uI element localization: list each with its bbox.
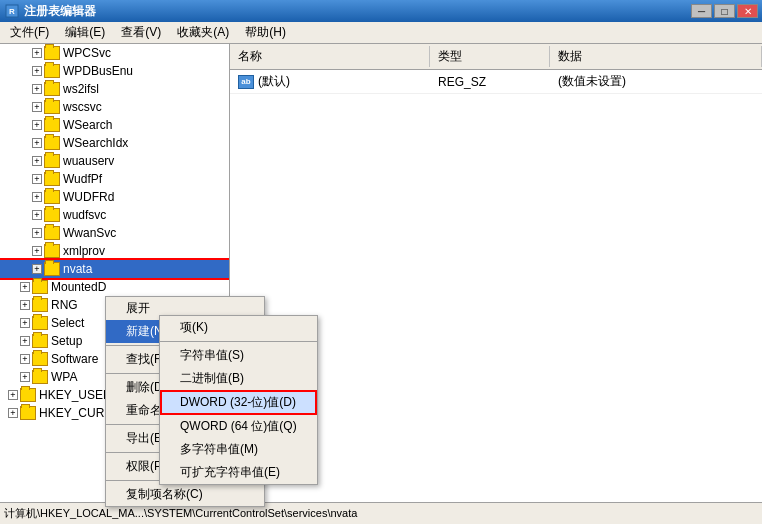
folder-icon xyxy=(44,190,60,204)
expand-icon[interactable]: + xyxy=(32,84,42,94)
menu-edit[interactable]: 编辑(E) xyxy=(57,22,113,43)
menu-help[interactable]: 帮助(H) xyxy=(237,22,294,43)
tree-label: ws2ifsl xyxy=(63,82,99,96)
cell-name: ab (默认) xyxy=(230,72,430,91)
col-header-data: 数据 xyxy=(550,46,762,67)
folder-icon xyxy=(44,136,60,150)
expand-icon[interactable]: + xyxy=(32,138,42,148)
tree-item-wwansvc[interactable]: + WwanSvc xyxy=(0,224,229,242)
folder-icon xyxy=(44,172,60,186)
window-title: 注册表编辑器 xyxy=(24,3,691,20)
tree-label: WUDFRd xyxy=(63,190,114,204)
folder-icon xyxy=(20,388,36,402)
expand-icon[interactable]: + xyxy=(8,390,18,400)
expand-icon[interactable]: + xyxy=(32,174,42,184)
expand-icon[interactable]: + xyxy=(32,246,42,256)
expand-icon[interactable]: + xyxy=(20,372,30,382)
tree-item-wscsvc[interactable]: + wscsvc xyxy=(0,98,229,116)
tree-label: wscsvc xyxy=(63,100,102,114)
sub-item-dword[interactable]: DWORD (32-位)值(D) xyxy=(160,390,317,415)
tree-label: WudfPf xyxy=(63,172,102,186)
folder-icon xyxy=(32,280,48,294)
tree-item-ws2ifsl[interactable]: + ws2ifsl xyxy=(0,80,229,98)
expand-icon[interactable]: + xyxy=(20,300,30,310)
cell-data: (数值未设置) xyxy=(550,72,762,91)
expand-icon[interactable]: + xyxy=(32,210,42,220)
sub-item-binary[interactable]: 二进制值(B) xyxy=(160,367,317,390)
status-text: 计算机\HKEY_LOCAL_MA...\SYSTEM\CurrentContr… xyxy=(4,506,357,521)
expand-icon[interactable]: + xyxy=(32,228,42,238)
sub-item-qword[interactable]: QWORD (64 位)值(Q) xyxy=(160,415,317,438)
close-button[interactable]: ✕ xyxy=(737,4,758,18)
tree-item-wsearchidx[interactable]: + WSearchIdx xyxy=(0,134,229,152)
tree-item-mountedd[interactable]: + MountedD xyxy=(0,278,229,296)
expand-icon[interactable]: + xyxy=(20,318,30,328)
expand-icon[interactable]: + xyxy=(20,354,30,364)
expand-icon[interactable]: + xyxy=(20,336,30,346)
expand-icon[interactable]: + xyxy=(32,264,42,274)
folder-icon xyxy=(44,46,60,60)
tree-label: WPA xyxy=(51,370,77,384)
tree-label: WSearch xyxy=(63,118,112,132)
tree-item-wsearch[interactable]: + WSearch xyxy=(0,116,229,134)
app-icon: R xyxy=(4,3,20,19)
tree-label: wuauserv xyxy=(63,154,114,168)
reg-value-icon: ab xyxy=(238,75,254,89)
sub-item-multistring[interactable]: 多字符串值(M) xyxy=(160,438,317,461)
folder-icon xyxy=(32,298,48,312)
expand-icon[interactable]: + xyxy=(20,282,30,292)
minimize-button[interactable]: ─ xyxy=(691,4,712,18)
tree-item-xmlprov[interactable]: + xmlprov xyxy=(0,242,229,260)
title-bar: R 注册表编辑器 ─ □ ✕ xyxy=(0,0,762,22)
sub-item-string[interactable]: 字符串值(S) xyxy=(160,344,317,367)
folder-icon xyxy=(44,154,60,168)
folder-icon xyxy=(44,226,60,240)
folder-icon xyxy=(20,406,36,420)
sub-item-item[interactable]: 项(K) xyxy=(160,316,317,339)
tree-label: WPDBusEnu xyxy=(63,64,133,78)
expand-icon[interactable]: + xyxy=(32,156,42,166)
expand-icon[interactable]: + xyxy=(32,66,42,76)
tree-item-wudfrd[interactable]: + WUDFRd xyxy=(0,188,229,206)
folder-icon xyxy=(44,64,60,78)
window-controls: ─ □ ✕ xyxy=(691,4,758,18)
menu-favorites[interactable]: 收藏夹(A) xyxy=(169,22,237,43)
tree-item-wpcscv[interactable]: + WPCSvc xyxy=(0,44,229,62)
tree-label: Setup xyxy=(51,334,82,348)
table-header: 名称 类型 数据 xyxy=(230,44,762,70)
folder-icon xyxy=(32,334,48,348)
folder-icon xyxy=(32,316,48,330)
folder-icon xyxy=(44,262,60,276)
expand-icon[interactable]: + xyxy=(32,48,42,58)
folder-icon xyxy=(32,352,48,366)
expand-icon[interactable]: + xyxy=(32,120,42,130)
col-header-type: 类型 xyxy=(430,46,550,67)
folder-icon xyxy=(44,100,60,114)
folder-icon xyxy=(44,118,60,132)
tree-item-wudfsvc[interactable]: + wudfsvc xyxy=(0,206,229,224)
tree-label: RNG xyxy=(51,298,78,312)
tree-label: WwanSvc xyxy=(63,226,116,240)
folder-icon xyxy=(44,208,60,222)
tree-item-wpdbusenu[interactable]: + WPDBusEnu xyxy=(0,62,229,80)
expand-icon[interactable]: + xyxy=(32,102,42,112)
maximize-button[interactable]: □ xyxy=(714,4,735,18)
folder-icon xyxy=(32,370,48,384)
ctx-item-copyname[interactable]: 复制项名称(C) xyxy=(106,483,264,506)
menu-bar: 文件(F) 编辑(E) 查看(V) 收藏夹(A) 帮助(H) xyxy=(0,22,762,44)
submenu-new: 项(K) 字符串值(S) 二进制值(B) DWORD (32-位)值(D) QW… xyxy=(159,315,318,485)
expand-icon[interactable]: + xyxy=(32,192,42,202)
tree-label: MountedD xyxy=(51,280,106,294)
menu-view[interactable]: 查看(V) xyxy=(113,22,169,43)
tree-label: nvata xyxy=(63,262,92,276)
tree-item-nvata[interactable]: + nvata xyxy=(0,260,229,278)
value-name: (默认) xyxy=(258,73,290,90)
tree-item-wudfpf[interactable]: + WudfPf xyxy=(0,170,229,188)
sub-item-expandstring[interactable]: 可扩充字符串值(E) xyxy=(160,461,317,484)
col-header-name: 名称 xyxy=(230,46,430,67)
table-row[interactable]: ab (默认) REG_SZ (数值未设置) xyxy=(230,70,762,94)
expand-icon[interactable]: + xyxy=(8,408,18,418)
menu-file[interactable]: 文件(F) xyxy=(2,22,57,43)
tree-item-wuauserv[interactable]: + wuauserv xyxy=(0,152,229,170)
folder-icon xyxy=(44,82,60,96)
